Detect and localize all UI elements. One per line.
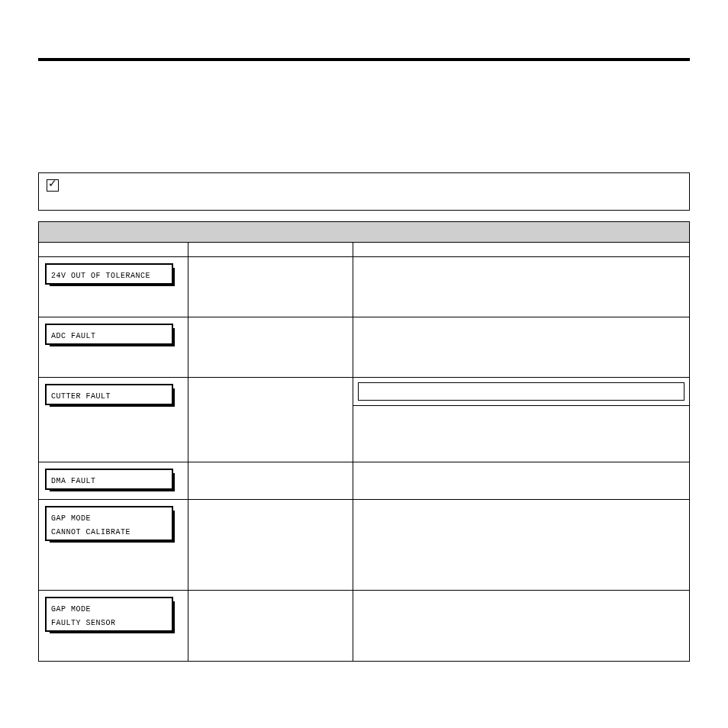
cell-cause: [188, 317, 353, 378]
table-row: ADC FAULT: [39, 317, 690, 378]
cell-solution: [353, 500, 690, 591]
table-row: DMA FAULT: [39, 462, 690, 500]
cell-cause: [188, 378, 353, 462]
lcd-text: 24V OUT OF TOLERANCE: [51, 272, 150, 280]
cell-message: DMA FAULT: [39, 462, 188, 500]
lcd-display: CUTTER FAULT: [45, 384, 173, 405]
table-header-row: [39, 243, 690, 257]
lcd-display: 24V OUT OF TOLERANCE: [45, 263, 173, 285]
table-row: GAP MODE CANNOT CALIBRATE: [39, 500, 690, 591]
cell-solution: [353, 462, 690, 500]
cell-cause: [188, 462, 353, 500]
cell-message: ADC FAULT: [39, 317, 188, 378]
cell-cause: [188, 257, 353, 317]
col-header-message: [39, 243, 188, 257]
cell-cause: [188, 500, 353, 591]
cell-message: CUTTER FAULT: [39, 378, 188, 462]
lcd-text: GAP MODE FAULTY SENSOR: [51, 605, 116, 627]
cell-solution: [353, 317, 690, 378]
cell-cause: [188, 591, 353, 662]
solution-subbox: [358, 382, 685, 401]
col-header-cause: [188, 243, 353, 257]
page: 24V OUT OF TOLERANCE ADC FAULT CUTTER FA…: [0, 58, 728, 728]
header-rule: [38, 58, 690, 63]
cell-solution: [353, 257, 690, 317]
table-title-row: [39, 222, 690, 243]
lcd-display: GAP MODE CANNOT CALIBRATE: [45, 506, 173, 541]
lcd-display: DMA FAULT: [45, 469, 173, 490]
cell-solution: [353, 591, 690, 662]
fault-table: 24V OUT OF TOLERANCE ADC FAULT CUTTER FA…: [38, 221, 690, 662]
table-row: CUTTER FAULT: [39, 378, 690, 462]
table-row: GAP MODE FAULTY SENSOR: [39, 591, 690, 662]
cell-message: 24V OUT OF TOLERANCE: [39, 257, 188, 317]
lcd-text: CUTTER FAULT: [51, 392, 111, 401]
cell-message: GAP MODE FAULTY SENSOR: [39, 591, 188, 662]
lcd-text: ADC FAULT: [51, 332, 96, 340]
note-box: [38, 172, 690, 211]
lcd-text: GAP MODE CANNOT CALIBRATE: [51, 514, 130, 536]
table-title: [39, 222, 690, 243]
lcd-display: ADC FAULT: [45, 324, 173, 345]
lcd-display: GAP MODE FAULTY SENSOR: [45, 597, 173, 632]
table-row: 24V OUT OF TOLERANCE: [39, 257, 690, 317]
cell-solution: [353, 378, 690, 462]
note-check-icon: [47, 179, 59, 192]
lcd-text: DMA FAULT: [51, 477, 96, 485]
cell-message: GAP MODE CANNOT CALIBRATE: [39, 500, 188, 591]
col-header-solution: [353, 243, 690, 257]
